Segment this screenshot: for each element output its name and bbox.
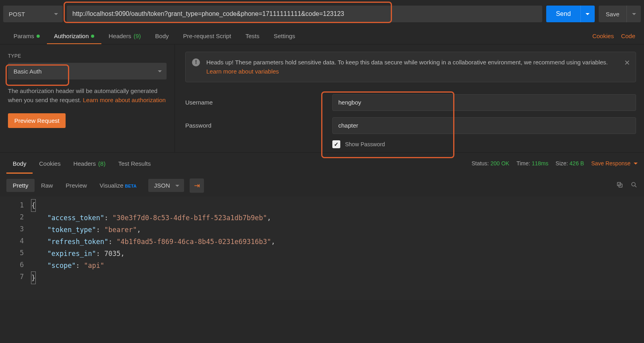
tab-params[interactable]: Params — [6, 28, 47, 44]
chevron-down-icon — [158, 70, 162, 72]
chevron-down-icon — [634, 163, 638, 165]
learn-more-variables-link[interactable]: Learn more about variables — [206, 68, 279, 75]
active-dot-icon — [37, 35, 40, 38]
line-numbers: 1 2 3 4 5 6 7 — [0, 199, 31, 284]
send-button-label: Send — [546, 10, 580, 17]
url-input[interactable] — [67, 6, 542, 22]
auth-help-text: The authorization header will be automat… — [8, 87, 167, 105]
copy-icon — [616, 181, 623, 188]
auth-type-select[interactable]: Basic Auth — [8, 63, 167, 79]
tab-label: Headers — [109, 33, 131, 39]
response-tab-cookies[interactable]: Cookies — [33, 155, 67, 172]
save-button-dropdown[interactable] — [627, 6, 641, 22]
status-label: Status: — [471, 160, 489, 167]
save-button[interactable]: Save — [599, 6, 641, 22]
active-dot-icon — [91, 35, 94, 38]
wrap-lines-button[interactable]: ⇥ — [190, 178, 204, 193]
tab-label: Authorization — [54, 33, 89, 39]
send-button[interactable]: Send — [546, 6, 594, 22]
chevron-down-icon — [632, 13, 636, 15]
tab-tests[interactable]: Tests — [238, 28, 266, 44]
chevron-down-icon — [54, 13, 58, 15]
http-method-select[interactable]: POST — [3, 6, 63, 22]
view-pretty[interactable]: Pretty — [6, 179, 35, 192]
time-value: 118ms — [532, 160, 549, 167]
cookies-link[interactable]: Cookies — [592, 33, 614, 39]
response-tab-body[interactable]: Body — [6, 155, 33, 172]
show-password-checkbox[interactable]: ✓ — [332, 140, 340, 148]
send-button-dropdown[interactable] — [580, 6, 595, 22]
size-label: Size: — [556, 160, 568, 167]
svg-point-2 — [632, 182, 635, 186]
chevron-down-icon — [586, 13, 590, 15]
response-tab-headers[interactable]: Headers (8) — [67, 155, 112, 172]
tab-label: Params — [14, 33, 34, 39]
warning-icon: ! — [192, 58, 200, 66]
svg-line-3 — [635, 186, 636, 187]
view-preview[interactable]: Preview — [59, 179, 93, 192]
close-icon[interactable]: ✕ — [624, 58, 630, 69]
code-link[interactable]: Code — [621, 33, 635, 39]
time-label: Time: — [516, 160, 530, 167]
headers-count: (9) — [134, 33, 141, 39]
password-field[interactable] — [332, 117, 636, 134]
response-body: 1 2 3 4 5 6 7 { "access_token": "30e3f7d… — [0, 197, 644, 300]
password-label: Password — [185, 122, 332, 129]
response-tab-test-results[interactable]: Test Results — [112, 155, 157, 172]
search-button[interactable] — [630, 181, 638, 190]
view-raw[interactable]: Raw — [35, 179, 59, 192]
save-button-label: Save — [599, 11, 627, 17]
tab-label: Pre-request Script — [183, 33, 231, 39]
sensitive-data-alert: ! Heads up! These parameters hold sensit… — [185, 52, 636, 82]
username-field[interactable] — [332, 94, 636, 111]
chevron-down-icon — [175, 185, 179, 187]
tab-headers[interactable]: Headers (9) — [101, 28, 148, 44]
wrap-icon: ⇥ — [194, 181, 200, 190]
search-icon — [630, 181, 638, 188]
type-label: TYPE — [8, 53, 167, 59]
tab-body[interactable]: Body — [148, 28, 176, 44]
view-visualize[interactable]: VisualizeBETA — [93, 179, 143, 192]
auth-type-value: Basic Auth — [14, 68, 42, 75]
beta-badge: BETA — [125, 184, 136, 188]
preview-request-button[interactable]: Preview Request — [8, 113, 66, 128]
tab-authorization[interactable]: Authorization — [47, 28, 102, 44]
code-content[interactable]: { "access_token": "30e3f7d0-8c53-4dfe-b1… — [31, 199, 644, 284]
username-label: Username — [185, 99, 332, 106]
show-password-label: Show Password — [345, 141, 385, 147]
tab-prerequest[interactable]: Pre-request Script — [176, 28, 239, 44]
http-method-value: POST — [9, 11, 25, 17]
tab-label: Tests — [245, 33, 259, 39]
tab-label: Body — [155, 33, 169, 39]
status-value: 200 OK — [491, 160, 509, 167]
size-value: 426 B — [570, 160, 584, 167]
response-headers-count: (8) — [98, 160, 105, 167]
save-response-button[interactable]: Save Response — [591, 160, 638, 167]
copy-button[interactable] — [616, 181, 623, 190]
learn-more-authorization-link[interactable]: Learn more about authorization — [83, 97, 165, 103]
tab-label: Settings — [274, 33, 295, 39]
body-format-select[interactable]: JSON — [148, 179, 184, 192]
tab-settings[interactable]: Settings — [266, 28, 302, 44]
